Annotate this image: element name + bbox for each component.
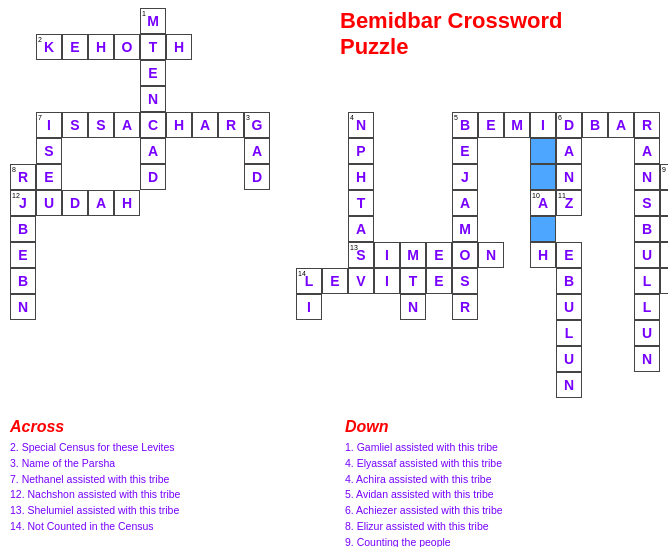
grid-cell: 9C	[660, 164, 668, 190]
grid-cell: H	[166, 112, 192, 138]
down-clue-1: 1. Gamliel assisted with this tribe	[345, 440, 660, 456]
grid-cell: 3G	[244, 112, 270, 138]
grid-cell: L	[634, 268, 660, 294]
grid-cell: I	[530, 112, 556, 138]
grid-cell: E	[426, 242, 452, 268]
grid-cell: 2K	[36, 34, 62, 60]
grid-cell: 7I	[36, 112, 62, 138]
title-line1: Bemidbar Crossword	[340, 8, 650, 34]
grid-cell: 6D	[556, 112, 582, 138]
grid-cell: M	[452, 216, 478, 242]
grid-cell: N	[478, 242, 504, 268]
grid-cell: N	[556, 164, 582, 190]
grid-cell: E	[10, 242, 36, 268]
grid-cell: T	[400, 268, 426, 294]
grid-cell: S	[36, 138, 62, 164]
grid-cell: N	[140, 86, 166, 112]
grid-cell	[530, 138, 556, 164]
grid-cell	[530, 216, 556, 242]
grid-cell: B	[10, 216, 36, 242]
grid-cell: D	[244, 164, 270, 190]
grid-cell: U	[634, 320, 660, 346]
grid-cell: T	[348, 190, 374, 216]
across-clue-1: 2. Special Census for these Levites	[10, 440, 325, 456]
across-clue-2: 3. Name of the Parsha	[10, 456, 325, 472]
grid-cell: 13S	[348, 242, 374, 268]
clues-section: Across 2. Special Census for these Levit…	[10, 418, 660, 547]
grid-cell: D	[62, 190, 88, 216]
down-clue-4: 5. Avidan assisted with this tribe	[345, 487, 660, 503]
across-section: Across 2. Special Census for these Levit…	[10, 418, 325, 547]
grid-cell: N	[634, 164, 660, 190]
grid-cell: A	[634, 138, 660, 164]
grid-cell: O	[114, 34, 140, 60]
grid-cell: A	[88, 190, 114, 216]
grid-cell: H	[88, 34, 114, 60]
grid-cell: 12J	[10, 190, 36, 216]
grid-cell: E	[322, 268, 348, 294]
grid-cell: S	[88, 112, 114, 138]
grid-cell: A	[244, 138, 270, 164]
down-title: Down	[345, 418, 660, 436]
across-title: Across	[10, 418, 325, 436]
grid-cell: U	[660, 242, 668, 268]
grid-cell: S	[660, 268, 668, 294]
grid-cell: C	[140, 112, 166, 138]
grid-cell: O	[452, 242, 478, 268]
grid-cell: H	[114, 190, 140, 216]
grid-cell: N	[634, 346, 660, 372]
grid-cell: S	[62, 112, 88, 138]
down-clue-7: 9. Counting the people	[345, 535, 660, 548]
title-line2: Puzzle	[340, 34, 650, 60]
grid-cell: I	[296, 294, 322, 320]
grid-cell: A	[140, 138, 166, 164]
down-clue-6: 8. Elizur assisted with this tribe	[345, 519, 660, 535]
grid-cell: E	[660, 190, 668, 216]
grid-cell: H	[166, 34, 192, 60]
grid-cell: N	[400, 294, 426, 320]
grid-cell: 11Z	[556, 190, 582, 216]
grid-cell: L	[556, 320, 582, 346]
grid-cell: E	[478, 112, 504, 138]
grid-cell: E	[452, 138, 478, 164]
grid-cell: B	[556, 268, 582, 294]
grid-cell: U	[36, 190, 62, 216]
grid-cell: R	[634, 112, 660, 138]
grid-cell: S	[452, 268, 478, 294]
grid-cell	[530, 164, 556, 190]
grid-cell: A	[452, 190, 478, 216]
down-clue-2: 4. Elyassaf assisted with this tribe	[345, 456, 660, 472]
grid-cell: N	[556, 372, 582, 398]
grid-cell: 8R	[10, 164, 36, 190]
grid-cell: 1M	[140, 8, 166, 34]
across-clue-6: 14. Not Counted in the Census	[10, 519, 325, 535]
grid-cell: D	[140, 164, 166, 190]
across-clue-4: 12. Nachshon assisted with this tribe	[10, 487, 325, 503]
grid-cell: A	[608, 112, 634, 138]
grid-cell: M	[504, 112, 530, 138]
across-clue-5: 13. Shelumiel assisted with this tribe	[10, 503, 325, 519]
grid-cell: 10A	[530, 190, 556, 216]
grid-cell: E	[556, 242, 582, 268]
grid-cell: N	[10, 294, 36, 320]
grid-cell: I	[374, 242, 400, 268]
grid-cell: H	[348, 164, 374, 190]
grid-cell: R	[218, 112, 244, 138]
down-clue-5: 6. Achiezer assisted with this tribe	[345, 503, 660, 519]
grid-cell: U	[556, 294, 582, 320]
grid-cell: 4N	[348, 112, 374, 138]
grid-cell: U	[634, 242, 660, 268]
crossword-grid: 1M2KEHOTHEN7ISSACHAR3G4N5BEMI6DBARSAAPEA…	[10, 8, 330, 418]
grid-cell: E	[36, 164, 62, 190]
grid-cell: I	[374, 268, 400, 294]
grid-cell: E	[62, 34, 88, 60]
across-clue-3: 7. Nethanel assisted with this tribe	[10, 472, 325, 488]
grid-cell: U	[556, 346, 582, 372]
page-title: Bemidbar Crossword Puzzle	[340, 8, 650, 61]
grid-cell: M	[400, 242, 426, 268]
grid-cell: S	[660, 216, 668, 242]
grid-cell: L	[634, 294, 660, 320]
grid-cell: H	[530, 242, 556, 268]
grid-cell: E	[426, 268, 452, 294]
grid-cell: B	[10, 268, 36, 294]
